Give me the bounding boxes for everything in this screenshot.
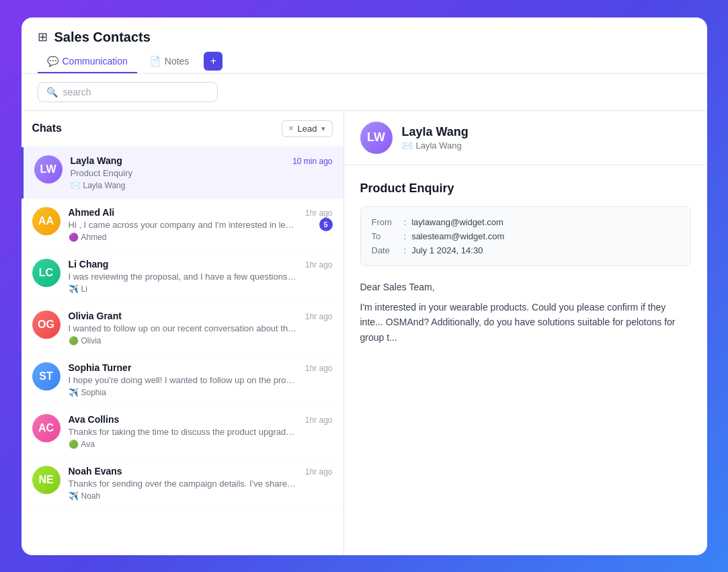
- chat-preview: Product Enquiry: [71, 168, 299, 178]
- main-content: Chats × Lead ▾ LW Layla Wang 10 min ago: [22, 110, 707, 555]
- chats-title: Chats: [32, 122, 62, 134]
- page-title: Sales Contacts: [54, 30, 151, 45]
- chat-preview: Thanks for sending over the campaign det…: [69, 479, 297, 489]
- email-subject: Product Enquiry: [360, 181, 691, 196]
- telegram-channel-icon: ✈️: [69, 491, 79, 501]
- list-item[interactable]: AA Ahmed Ali 1hr ago Hi , I came across …: [22, 199, 343, 251]
- chat-time: 1hr ago: [305, 208, 333, 218]
- chat-top: Olivia Grant 1hr ago: [69, 311, 333, 321]
- chat-top: Ava Collins 1hr ago: [69, 414, 333, 425]
- grid-icon: ⊞: [38, 30, 48, 44]
- telegram-channel-icon: ✈️: [69, 284, 79, 294]
- chat-time: 1hr ago: [305, 312, 333, 321]
- contact-name: Layla Wang: [71, 155, 122, 166]
- whatsapp-channel-icon: 🟢: [69, 440, 79, 449]
- detail-panel: LW Layla Wang ✉️ Layla Wang Product Enqu…: [344, 111, 707, 555]
- chat-body: Layla Wang 10 min ago Product Enquiry ✉️…: [71, 155, 333, 190]
- email-channel-icon: ✉️: [71, 181, 81, 190]
- chevron-down-icon: ▾: [321, 124, 325, 133]
- avatar: OG: [32, 311, 60, 339]
- chat-preview: I hope you're doing well! I wanted to fo…: [69, 375, 297, 385]
- filter-clear-button[interactable]: ×: [289, 124, 294, 133]
- contact-name: Ava Collins: [69, 414, 120, 425]
- avatar: AC: [32, 414, 60, 442]
- chat-time: 1hr ago: [305, 415, 333, 425]
- filter-label: Lead: [298, 124, 317, 134]
- chat-list: LW Layla Wang 10 min ago Product Enquiry…: [22, 147, 343, 555]
- tab-communication[interactable]: 💬 Communication: [38, 50, 137, 73]
- search-input-wrap: 🔍: [38, 82, 218, 102]
- chat-top: Sophia Turner 1hr ago: [69, 362, 333, 373]
- chat-body: Noah Evans 1hr ago Thanks for sending ov…: [69, 466, 333, 501]
- email-body: Dear Sales Team, I'm interested in your …: [360, 280, 691, 345]
- chat-time: 1hr ago: [305, 260, 333, 270]
- email-icon: ✉️: [402, 140, 413, 151]
- whatsapp-channel-icon: 🟢: [69, 336, 79, 345]
- notes-icon: 📄: [149, 56, 161, 67]
- viber-channel-icon: 🟣: [69, 233, 79, 242]
- email-meta-date: Date : July 1 2024, 14:30: [372, 243, 680, 257]
- chat-top: Li Chang 1hr ago: [69, 259, 333, 270]
- list-item[interactable]: AC Ava Collins 1hr ago Thanks for taking…: [22, 406, 343, 458]
- avatar: ST: [32, 362, 60, 391]
- detail-contact-name: Layla Wang: [402, 125, 469, 139]
- telegram-channel-icon: ✈️: [69, 388, 79, 397]
- detail-body: Product Enquiry From : laylawang@widget.…: [344, 165, 707, 555]
- chat-preview: Hi , I came across your company and I'm …: [69, 220, 297, 230]
- tab-notes[interactable]: 📄 Notes: [140, 50, 199, 73]
- chat-channel: ✈️ Noah: [69, 491, 333, 501]
- email-meta-to: To : salesteam@widget.com: [372, 229, 680, 243]
- tabs-bar: 💬 Communication 📄 Notes +: [22, 45, 707, 74]
- search-bar: 🔍: [22, 74, 707, 110]
- chat-channel: 🟣 Ahmed: [69, 233, 333, 242]
- chat-channel: ✉️ Layla Wang: [71, 181, 333, 190]
- chat-preview: Thanks for taking the time to discuss th…: [69, 427, 297, 437]
- avatar: LW: [34, 155, 63, 183]
- list-item[interactable]: OG Olivia Grant 1hr ago I wanted to foll…: [22, 302, 343, 354]
- chat-time: 10 min ago: [292, 157, 332, 166]
- contact-name: Ahmed Ali: [69, 207, 115, 218]
- chat-time: 1hr ago: [305, 467, 333, 477]
- avatar: LC: [32, 259, 60, 287]
- chat-body: Ahmed Ali 1hr ago Hi , I came across you…: [69, 207, 333, 242]
- app-container: ⊞ Sales Contacts 💬 Communication 📄 Notes…: [22, 17, 707, 555]
- chat-icon: 💬: [47, 56, 58, 67]
- detail-header: LW Layla Wang ✉️ Layla Wang: [344, 111, 707, 165]
- detail-contact-email: ✉️ Layla Wang: [402, 140, 469, 151]
- chat-preview: I was reviewing the proposal, and I have…: [69, 272, 297, 282]
- list-item[interactable]: LW Layla Wang 10 min ago Product Enquiry…: [22, 147, 343, 199]
- chat-top: Layla Wang 10 min ago: [71, 155, 333, 166]
- unread-badge: 5: [319, 218, 333, 231]
- contact-name: Sophia Turner: [69, 362, 132, 373]
- contact-name: Li Chang: [69, 259, 109, 270]
- contact-name: Olivia Grant: [69, 311, 122, 321]
- chat-channel: 🟢 Ava: [69, 440, 333, 449]
- add-tab-button[interactable]: +: [204, 52, 223, 71]
- chat-body: Ava Collins 1hr ago Thanks for taking th…: [69, 414, 333, 449]
- detail-contact-info: Layla Wang ✉️ Layla Wang: [402, 125, 469, 151]
- search-icon: 🔍: [46, 87, 58, 97]
- contact-name: Noah Evans: [69, 466, 122, 477]
- list-item[interactable]: ST Sophia Turner 1hr ago I hope you're d…: [22, 354, 343, 406]
- chat-top: Noah Evans 1hr ago: [69, 466, 333, 477]
- chat-top: Ahmed Ali 1hr ago: [69, 207, 333, 218]
- detail-avatar: LW: [360, 122, 393, 154]
- avatar: AA: [32, 207, 60, 235]
- email-meta-from: From : laylawang@widget.com: [372, 215, 680, 229]
- chat-channel: ✈️ Li: [69, 284, 333, 294]
- chat-body: Olivia Grant 1hr ago I wanted to follow …: [69, 311, 333, 345]
- email-meta-table: From : laylawang@widget.com To : saleste…: [360, 206, 691, 266]
- search-input[interactable]: [63, 87, 209, 97]
- chats-header: Chats × Lead ▾: [22, 111, 343, 147]
- chats-panel: Chats × Lead ▾ LW Layla Wang 10 min ago: [22, 111, 344, 555]
- list-item[interactable]: NE Noah Evans 1hr ago Thanks for sending…: [22, 458, 343, 509]
- chat-time: 1hr ago: [305, 364, 333, 373]
- chat-preview: I wanted to follow up on our recent conv…: [69, 323, 297, 333]
- filter-badge[interactable]: × Lead ▾: [282, 120, 333, 137]
- list-item[interactable]: LC Li Chang 1hr ago I was reviewing the …: [22, 251, 343, 302]
- app-header: ⊞ Sales Contacts: [22, 17, 707, 45]
- chat-body: Sophia Turner 1hr ago I hope you're doin…: [69, 362, 333, 397]
- avatar: NE: [32, 466, 60, 494]
- chat-channel: ✈️ Sophia: [69, 388, 333, 397]
- chat-body: Li Chang 1hr ago I was reviewing the pro…: [69, 259, 333, 294]
